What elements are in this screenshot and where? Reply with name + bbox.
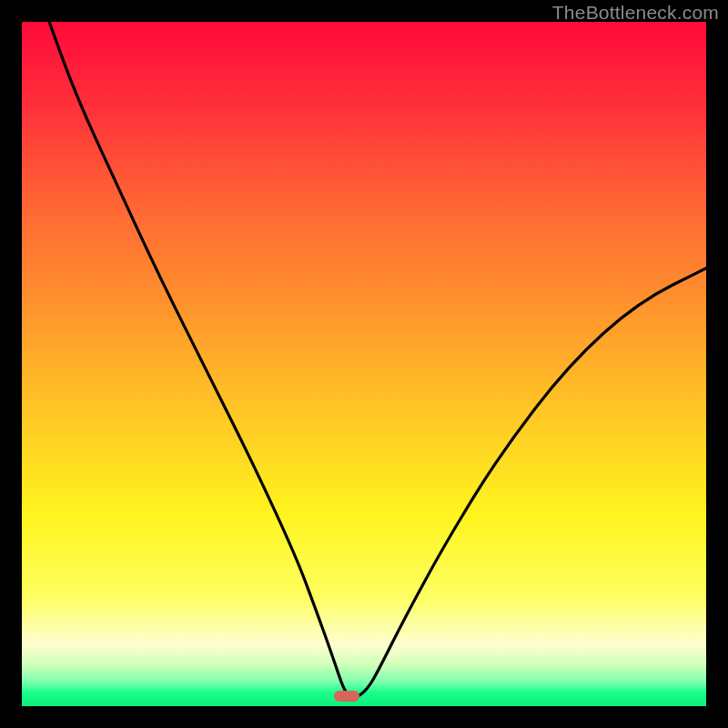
bottleneck-curve xyxy=(22,22,706,706)
chart-frame: TheBottleneck.com xyxy=(0,0,728,728)
optimal-marker xyxy=(334,691,359,702)
plot-area xyxy=(22,22,706,706)
watermark-text: TheBottleneck.com xyxy=(552,2,719,24)
